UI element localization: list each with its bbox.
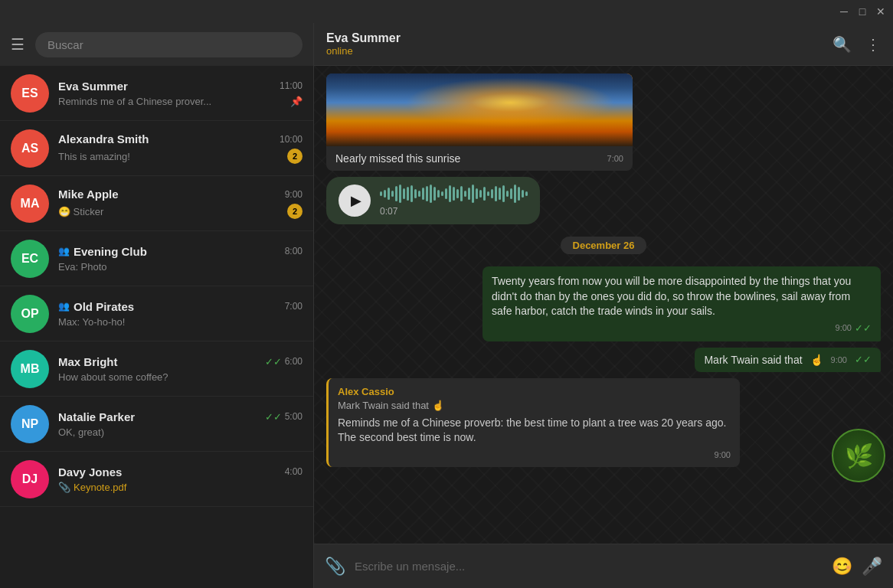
quoted-footer: 9:00 (338, 450, 731, 459)
wave-bar (411, 185, 413, 202)
menu-icon[interactable]: ☰ (11, 35, 25, 54)
chat-info-davy-jones: Davy Jones 4:00 📎 Keynote.pdf (58, 466, 303, 493)
emoji-button[interactable]: 😊 (832, 557, 852, 577)
maximize-button[interactable]: □ (856, 5, 868, 18)
chat-area: Eva Summer online 🔍 ⋮ (314, 23, 893, 588)
attachment-button[interactable]: 📎 (325, 557, 345, 577)
date-label: December 26 (561, 237, 647, 254)
group-icon: 👥 (58, 246, 70, 256)
sidebar-header: ☰ (0, 23, 313, 66)
chat-header-name: Eva Summer (326, 31, 823, 45)
chat-header-info: Eva Summer online (326, 31, 823, 57)
chat-item-max-bright[interactable]: MB Max Bright ✓✓ 6:00 How about some cof… (0, 341, 313, 397)
wave-bar (510, 188, 512, 199)
wave-bar (518, 187, 520, 201)
play-button[interactable]: ▶ (339, 185, 371, 217)
chat-preview-alexandra-smith: This is amazing! (58, 151, 287, 162)
chat-item-old-pirates[interactable]: OP 👥 Old Pirates 7:00 Max: Yo-ho-ho! (0, 286, 313, 341)
leaf-icon: 🌿 (845, 443, 873, 469)
avatar-max-bright: MB (11, 350, 49, 388)
minimize-button[interactable]: ─ (838, 5, 850, 18)
chat-time-eva-summer: 11:00 (280, 80, 303, 91)
chat-info-old-pirates: 👥 Old Pirates 7:00 Max: Yo-ho-ho! (58, 300, 303, 328)
chat-info-max-bright: Max Bright ✓✓ 6:00 How about some coffee… (58, 355, 303, 383)
wave-bar (460, 186, 463, 201)
wave-bar (407, 187, 409, 201)
message-image: Nearly missed this sunrise 7:00 (326, 74, 633, 171)
wave-bar (502, 185, 505, 202)
chat-item-evening-club[interactable]: EC 👥 Evening Club 8:00 Eva: Photo (0, 231, 313, 286)
voice-duration: 0:07 (380, 206, 528, 217)
chat-list: ES Eva Summer 11:00 Reminds me of a Chin… (0, 66, 313, 588)
wave-bar (388, 188, 390, 200)
chat-info-evening-club: 👥 Evening Club 8:00 Eva: Photo (58, 245, 303, 273)
chat-preview-max-bright: How about some coffee? (58, 371, 303, 383)
avatar-eva-summer: ES (11, 74, 49, 113)
wave-bar (433, 187, 436, 201)
search-input[interactable] (35, 32, 303, 57)
wave-bar (514, 185, 516, 203)
wave-bar (437, 190, 440, 198)
voice-meta: 0:07 (380, 185, 528, 217)
wave-bar (491, 189, 493, 198)
wave-bar (445, 188, 447, 199)
chat-name-alexandra-smith: Alexandra Smith (58, 132, 149, 145)
chat-item-eva-summer[interactable]: ES Eva Summer 11:00 Reminds me of a Chin… (0, 66, 313, 121)
wave-bar (426, 186, 428, 201)
sunrise-image (326, 74, 633, 146)
chat-item-alexandra-smith[interactable]: AS Alexandra Smith 10:00 This is amazing… (0, 121, 313, 176)
wave-bar (380, 191, 382, 196)
chat-preview-mike-apple: 😁 Sticker (58, 206, 287, 217)
wave-bar (384, 190, 386, 198)
chat-item-davy-jones[interactable]: DJ Davy Jones 4:00 📎 Keynote.pdf (0, 452, 313, 507)
wave-bar (453, 187, 455, 201)
mic-button[interactable]: 🎤 (862, 557, 882, 577)
wave-bar (479, 190, 482, 198)
chat-name-eva-summer: Eva Summer (58, 80, 128, 93)
message-input[interactable] (355, 560, 823, 573)
wave-bar (522, 190, 524, 198)
chat-item-mike-apple[interactable]: MA Mike Apple 9:00 😁 Sticker 2 (0, 176, 313, 231)
message-sent-long: Twenty years from now you will be more d… (482, 266, 881, 341)
more-options-icon[interactable]: ⋮ (865, 35, 881, 54)
wave-bar (430, 185, 432, 203)
wave-bar (391, 191, 394, 197)
chat-item-natalie-parker[interactable]: NP Natalie Parker ✓✓ 5:00 OK, great) (0, 397, 313, 452)
search-chat-icon[interactable]: 🔍 (832, 35, 852, 54)
message-input-area: 📎 😊 🎤 (314, 544, 893, 588)
chat-name-max-bright: Max Bright (58, 355, 118, 368)
play-icon: ▶ (351, 192, 361, 209)
wave-bar (487, 191, 489, 196)
messages-inner: Nearly missed this sunrise 7:00 ▶ (326, 74, 881, 467)
chat-preview-eva-summer: Reminds me of a Chinese prover... (58, 96, 290, 107)
chat-preview-evening-club: Eva: Photo (58, 261, 303, 273)
chat-info-mike-apple: Mike Apple 9:00 😁 Sticker 2 (58, 188, 303, 219)
quoted-author: Alex Cassio (338, 386, 731, 397)
wave-bar (441, 191, 443, 196)
wave-bar (456, 189, 459, 198)
avatar-old-pirates: OP (11, 295, 49, 333)
wave-bar (499, 188, 501, 200)
wave-bar (506, 191, 509, 197)
quoted-ref: Mark Twain said that ☝️ (338, 400, 731, 411)
chat-time-alexandra-smith: 10:00 (280, 134, 303, 145)
avatar-natalie-parker: NP (11, 405, 49, 443)
messages-container: Nearly missed this sunrise 7:00 ▶ (314, 66, 893, 544)
chat-name-old-pirates: 👥 Old Pirates (58, 300, 134, 313)
image-caption-text: Nearly missed this sunrise (335, 152, 460, 165)
chat-preview-old-pirates: Max: Yo-ho-ho! (58, 316, 303, 328)
wave-bar (414, 189, 417, 198)
message-sent-long-footer: 9:00 ✓✓ (492, 322, 872, 334)
chat-header-status: online (326, 45, 823, 57)
chat-time-evening-club: 8:00 (285, 246, 303, 256)
chat-name-evening-club: 👥 Evening Club (58, 245, 147, 258)
message-image-caption: Nearly missed this sunrise 7:00 (326, 146, 633, 171)
close-button[interactable]: ✕ (875, 5, 887, 18)
wave-bar (464, 191, 466, 197)
message-image-content (326, 74, 633, 146)
chat-info-eva-summer: Eva Summer 11:00 Reminds me of a Chinese… (58, 80, 303, 107)
chat-time-max-bright: 6:00 (285, 356, 303, 367)
unread-badge-mike-apple: 2 (287, 204, 303, 219)
chat-time-mike-apple: 9:00 (285, 189, 303, 200)
avatar-alexandra-smith: AS (11, 129, 49, 168)
